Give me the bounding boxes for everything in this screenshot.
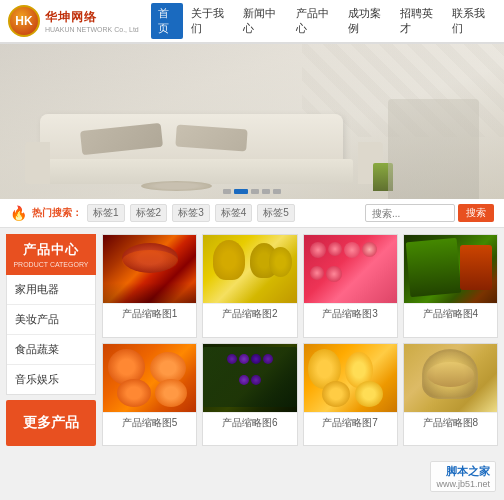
product-card-6[interactable]: 产品缩略图6 [202,343,297,447]
main-nav: 首页 关于我们 新闻中心 产品中心 成功案例 招聘英才 联系我们 [151,3,496,39]
product-card-5[interactable]: 产品缩略图5 [102,343,197,447]
search-bar: 🔥 热门搜索： 标签1 标签2 标签3 标签4 标签5 搜索 [0,199,504,228]
search-tag-1[interactable]: 标签1 [87,204,125,222]
nav-item-about[interactable]: 关于我们 [184,3,235,39]
search-tag-4[interactable]: 标签4 [215,204,253,222]
product-image-7 [304,344,397,412]
more-products-button[interactable]: 更多产品 [6,400,96,446]
header: HK 华坤网络 HUAKUN NETWORK Co., Ltd 首页 关于我们 … [0,0,504,44]
dot-3[interactable] [251,189,259,194]
product-image-1 [103,235,196,303]
product-label-8: 产品缩略图8 [404,412,497,433]
product-label-6: 产品缩略图6 [203,412,296,433]
sidebar-header: 产品中心 PRODUCT CATEGORY [6,234,96,275]
logo-circle: HK [8,5,40,37]
logo: HK 华坤网络 HUAKUN NETWORK Co., Ltd [8,5,139,37]
search-input[interactable] [365,204,455,222]
fire-icon: 🔥 [10,205,27,221]
nav-item-home[interactable]: 首页 [151,3,184,39]
dot-2[interactable] [234,189,248,194]
nav-item-recruit[interactable]: 招聘英才 [393,3,444,39]
product-label-1: 产品缩略图1 [103,303,196,324]
product-label-5: 产品缩略图5 [103,412,196,433]
logo-en: HUAKUN NETWORK Co., Ltd [45,26,139,33]
logo-text: 华坤网络 HUAKUN NETWORK Co., Ltd [45,9,139,33]
product-image-2 [203,235,296,303]
logo-char: HK [15,14,32,28]
search-tag-5[interactable]: 标签5 [257,204,295,222]
product-label-7: 产品缩略图7 [304,412,397,433]
sidebar-item-appliances[interactable]: 家用电器 [7,275,95,305]
sidebar-item-music[interactable]: 音乐娱乐 [7,365,95,394]
sidebar-item-food[interactable]: 食品蔬菜 [7,335,95,365]
search-tag-3[interactable]: 标签3 [172,204,210,222]
product-label-2: 产品缩略图2 [203,303,296,324]
sidebar-title-cn: 产品中心 [11,241,91,259]
sidebar-item-beauty[interactable]: 美妆产品 [7,305,95,335]
product-card-8[interactable]: 产品缩略图8 [403,343,498,447]
product-image-6 [203,344,296,412]
sidebar-menu: 家用电器 美妆产品 食品蔬菜 音乐娱乐 [6,275,96,395]
product-image-3 [304,235,397,303]
logo-cn: 华坤网络 [45,9,139,26]
dot-4[interactable] [262,189,270,194]
dot-1[interactable] [223,189,231,194]
product-card-1[interactable]: 产品缩略图1 [102,234,197,338]
product-card-3[interactable]: 产品缩略图3 [303,234,398,338]
dot-5[interactable] [273,189,281,194]
sidebar-title-en: PRODUCT CATEGORY [11,261,91,268]
product-card-2[interactable]: 产品缩略图2 [202,234,297,338]
nav-item-news[interactable]: 新闻中心 [236,3,287,39]
main-content: 产品中心 PRODUCT CATEGORY 家用电器 美妆产品 食品蔬菜 音乐娱… [0,228,504,452]
nav-item-contact[interactable]: 联系我们 [445,3,496,39]
product-image-8 [404,344,497,412]
banner [0,44,504,199]
sidebar: 产品中心 PRODUCT CATEGORY 家用电器 美妆产品 食品蔬菜 音乐娱… [6,234,96,446]
product-card-7[interactable]: 产品缩略图7 [303,343,398,447]
product-image-5 [103,344,196,412]
search-button[interactable]: 搜索 [458,204,494,222]
product-grid: 产品缩略图1 产品缩略图2 产品缩略图3 [102,234,498,446]
product-card-4[interactable]: 产品缩略图4 [403,234,498,338]
search-tag-2[interactable]: 标签2 [130,204,168,222]
nav-item-products[interactable]: 产品中心 [289,3,340,39]
product-image-4 [404,235,497,303]
nav-item-cases[interactable]: 成功案例 [341,3,392,39]
hot-label: 热门搜索： [32,206,82,220]
product-label-3: 产品缩略图3 [304,303,397,324]
product-label-4: 产品缩略图4 [404,303,497,324]
banner-dots [223,189,281,194]
